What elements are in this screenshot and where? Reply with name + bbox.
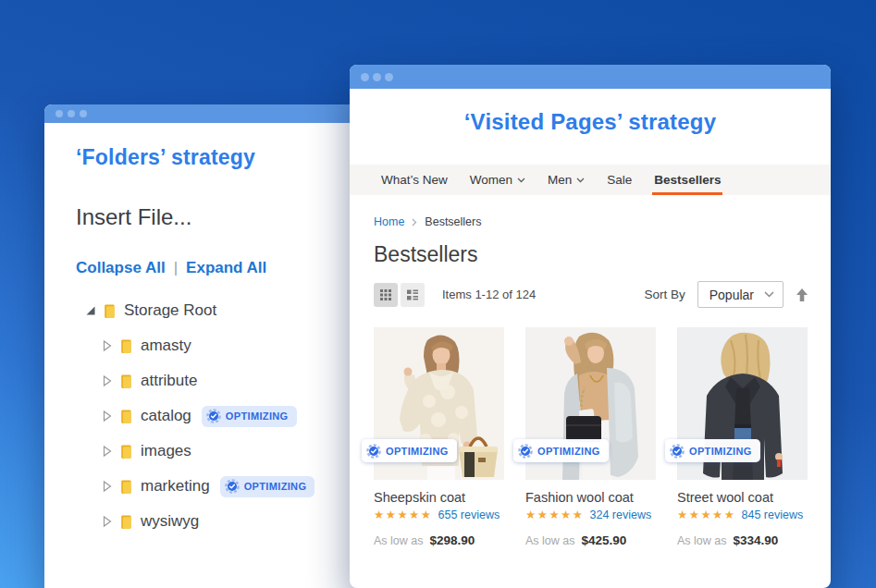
tree-collapsed-icon[interactable]: [100, 374, 114, 388]
tree-item-images[interactable]: images: [100, 434, 343, 469]
tree-item-amasty[interactable]: amasty: [100, 328, 343, 363]
product-card: OPTIMIZING Street wool coat ★★★★★ 845 re…: [677, 327, 808, 547]
expand-all-link[interactable]: Expand All: [186, 259, 266, 277]
collapse-all-link[interactable]: Collapse All: [76, 259, 166, 277]
nav-item-whats-new[interactable]: What’s New: [370, 165, 459, 195]
tree-item-label: wysiwyg: [141, 512, 199, 531]
optimizing-badge: OPTIMIZING: [202, 406, 297, 427]
product-name-link[interactable]: Fashion wool coat: [525, 490, 634, 505]
nav-item-women[interactable]: Women: [459, 165, 537, 195]
tree-item-storage-root[interactable]: Storage Root: [83, 293, 343, 328]
tree-item-label: marketing: [141, 477, 210, 496]
nav-item-sale[interactable]: Sale: [596, 165, 643, 195]
price-label: As low as: [374, 534, 424, 547]
optimizing-badge: OPTIMIZING: [220, 476, 315, 497]
product-rating: ★★★★★ 845 reviews: [677, 508, 808, 521]
tree-collapsed-icon[interactable]: [100, 445, 114, 459]
price-label: As low as: [525, 534, 575, 547]
product-grid: OPTIMIZING Sheepskin coat ★★★★★ 655 revi…: [374, 327, 808, 547]
folder-icon: [119, 409, 133, 424]
visited-pages-strategy-title: ‘Visited Pages’ strategy: [464, 109, 717, 165]
folder-icon: [119, 338, 133, 354]
nav-item-bestsellers[interactable]: Bestsellers: [643, 165, 732, 195]
tree-actions: Collapse All | Expand All: [76, 259, 343, 277]
page-title: Bestsellers: [374, 242, 808, 267]
reviews-link[interactable]: 324 reviews: [590, 508, 652, 521]
grid-view-icon: [379, 288, 392, 301]
nav-item-label: Bestsellers: [654, 173, 721, 187]
visited-pages-strategy-window: ‘Visited Pages’ strategy What’s New Wome…: [350, 65, 831, 588]
arrow-up-icon: [796, 288, 808, 302]
product-price: As low as $334.90: [677, 533, 808, 547]
tree-item-catalog[interactable]: catalog OPTIMIZING: [100, 398, 343, 434]
optimizing-spinner-icon: [670, 444, 685, 459]
price-value: $298.90: [430, 533, 475, 547]
optimizing-badge: OPTIMIZING: [513, 439, 609, 462]
list-view-icon: [406, 288, 419, 301]
reviews-link[interactable]: 845 reviews: [742, 508, 804, 521]
tree-item-label: Storage Root: [124, 301, 216, 320]
breadcrumb-home-link[interactable]: Home: [374, 215, 404, 228]
badge-label: OPTIMIZING: [244, 481, 307, 492]
window-dot-icon: [68, 110, 75, 117]
product-card: OPTIMIZING Fashion wool coat ★★★★★ 324 r…: [525, 327, 656, 547]
window-dot-icon: [373, 73, 381, 81]
sort-direction-button[interactable]: [796, 288, 808, 302]
folder-icon: [119, 374, 133, 389]
star-rating: ★★★★★: [525, 508, 585, 521]
tree-item-label: amasty: [141, 337, 191, 355]
nav-item-label: What’s New: [381, 173, 448, 187]
items-count: Items 1-12 of 124: [442, 288, 536, 301]
product-price: As low as $298.90: [374, 533, 504, 547]
breadcrumb-current: Bestsellers: [425, 215, 481, 228]
nav-item-label: Sale: [607, 173, 632, 187]
star-rating: ★★★★★: [677, 508, 736, 521]
tree-collapsed-icon[interactable]: [100, 515, 114, 529]
nav-item-label: Women: [470, 173, 512, 187]
optimizing-badge: OPTIMIZING: [665, 439, 760, 462]
product-image-fashion-wool-coat[interactable]: OPTIMIZING: [525, 327, 656, 480]
badge-label: OPTIMIZING: [537, 446, 600, 457]
tree-item-label: images: [141, 442, 191, 460]
badge-label: OPTIMIZING: [386, 446, 449, 457]
reviews-link[interactable]: 655 reviews: [438, 508, 500, 521]
grid-view-button[interactable]: [374, 283, 398, 307]
product-image-sheepskin-coat[interactable]: OPTIMIZING: [374, 327, 504, 480]
price-label: As low as: [677, 534, 727, 547]
window-titlebar[interactable]: [350, 65, 831, 89]
window-titlebar[interactable]: [44, 104, 360, 123]
optimizing-spinner-icon: [366, 444, 381, 459]
folder-icon: [119, 479, 133, 495]
tree-expanded-icon[interactable]: [83, 304, 97, 318]
folders-strategy-window: ‘Folders’ strategy Insert File... Collap…: [44, 104, 360, 588]
tree-item-marketing[interactable]: marketing OPTIMIZING: [100, 469, 343, 504]
badge-label: OPTIMIZING: [226, 410, 289, 422]
product-name-link[interactable]: Street wool coat: [677, 490, 773, 505]
tree-item-attribute[interactable]: attribute: [100, 363, 343, 398]
folder-tree: Storage Root amasty: [76, 293, 343, 539]
product-card: OPTIMIZING Sheepskin coat ★★★★★ 655 revi…: [374, 327, 504, 547]
breadcrumb-separator-icon: [412, 218, 417, 227]
sorter: Sort By Popular: [644, 281, 808, 308]
product-image-street-wool-coat[interactable]: OPTIMIZING: [677, 327, 808, 480]
folder-icon: [119, 514, 133, 530]
folder-icon: [103, 303, 117, 319]
chevron-down-icon: [517, 178, 525, 183]
list-view-button[interactable]: [401, 283, 425, 307]
tree-item-wysiwyg[interactable]: wysiwyg: [100, 504, 343, 539]
tree-collapsed-icon[interactable]: [100, 339, 114, 353]
sort-select[interactable]: Popular: [697, 281, 783, 308]
window-dot-icon: [56, 110, 63, 117]
product-rating: ★★★★★ 324 reviews: [525, 508, 656, 521]
insert-file-label: Insert File...: [76, 204, 343, 230]
product-name-link[interactable]: Sheepskin coat: [374, 490, 465, 505]
price-value: $334.90: [734, 533, 779, 547]
tree-collapsed-icon[interactable]: [100, 480, 114, 494]
badge-label: OPTIMIZING: [689, 446, 752, 457]
tree-collapsed-icon[interactable]: [100, 410, 114, 423]
window-dot-icon: [80, 110, 87, 117]
nav-item-men[interactable]: Men: [537, 165, 596, 195]
listing-toolbar: Items 1-12 of 124 Sort By Popular: [374, 281, 808, 308]
chevron-down-icon: [576, 178, 585, 183]
store-navigation: What’s New Women Men Sale Bestsellers: [350, 165, 831, 195]
